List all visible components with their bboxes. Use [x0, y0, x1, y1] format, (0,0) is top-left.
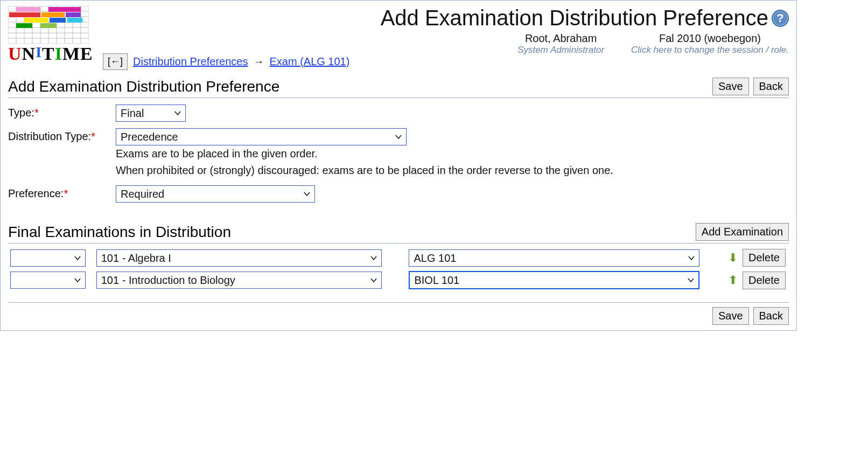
distribution-description-line2: When prohibited or (strongly) discourage… [116, 162, 789, 179]
course-select[interactable]: 101 - Algebra I [96, 249, 382, 267]
breadcrumb-link-distribution-preferences[interactable]: Distribution Preferences [133, 55, 248, 68]
exam-row: ALG101 - Algebra IALG 101⬇Delete [8, 247, 789, 269]
exam-row: BIOL101 - Introduction to BiologyBIOL 10… [8, 269, 789, 291]
session-name: Fal 2010 (woebegon) [631, 32, 789, 45]
session-block[interactable]: Fal 2010 (woebegon) Click here to change… [631, 32, 789, 55]
save-button-top[interactable]: Save [712, 78, 749, 95]
add-examination-button[interactable]: Add Examination [696, 223, 789, 241]
breadcrumb-back-button[interactable]: [←] [103, 53, 128, 70]
breadcrumb-separator: → [253, 55, 264, 68]
svg-rect-29 [40, 23, 57, 28]
user-role: System Administrator [517, 45, 604, 55]
distribution-type-select[interactable]: Precedence [116, 128, 407, 145]
user-name: Root, Abraham [517, 32, 604, 45]
svg-rect-20 [16, 7, 40, 12]
exam-select[interactable]: BIOL 101 [409, 271, 699, 289]
breadcrumb: [←] Distribution Preferences → Exam (ALG… [1, 53, 796, 75]
svg-rect-24 [66, 12, 81, 17]
course-select[interactable]: 101 - Introduction to Biology [96, 272, 382, 289]
svg-rect-27 [67, 18, 82, 23]
delete-button[interactable]: Delete [743, 272, 786, 289]
svg-rect-22 [9, 12, 40, 17]
page-title-text: Add Examination Distribution Preference [381, 6, 768, 30]
exam-select[interactable]: ALG 101 [409, 249, 699, 267]
type-select[interactable]: Final [116, 105, 186, 122]
distribution-description-line1: Exams are to be placed in the given orde… [116, 145, 789, 162]
back-button-top[interactable]: Back [753, 78, 789, 95]
subject-select[interactable]: BIOL [10, 272, 86, 289]
help-icon[interactable]: ? [772, 10, 789, 27]
session-hint: Click here to change the session / role. [631, 45, 789, 55]
type-label: Type:* [8, 105, 116, 119]
user-block[interactable]: Root, Abraham System Administrator [517, 32, 604, 55]
svg-rect-23 [41, 12, 65, 17]
distribution-type-label: Distribution Type:* [8, 128, 116, 143]
delete-button[interactable]: Delete [743, 249, 786, 267]
back-button-bottom[interactable]: Back [753, 307, 789, 325]
save-button-bottom[interactable]: Save [712, 307, 749, 325]
svg-rect-21 [48, 7, 81, 12]
breadcrumb-link-exam[interactable]: Exam (ALG 101) [269, 55, 349, 68]
svg-rect-26 [50, 18, 66, 23]
logo-icon [8, 6, 89, 44]
svg-rect-28 [16, 23, 32, 28]
page-title: Add Examination Distribution Preference … [381, 6, 789, 30]
preference-select[interactable]: Required [116, 185, 315, 203]
move-up-icon[interactable]: ⬆ [728, 273, 738, 287]
logo[interactable]: UNITIME [8, 6, 93, 64]
move-down-icon[interactable]: ⬇ [728, 251, 738, 265]
logo-text: UNITIME [8, 44, 93, 64]
subject-select[interactable]: ALG [10, 249, 86, 267]
section-title-final-exams: Final Examinations in Distribution [8, 224, 696, 241]
preference-label: Preference:* [8, 185, 116, 200]
svg-rect-25 [24, 18, 48, 23]
section-title-add-preference: Add Examination Distribution Preference [8, 78, 712, 95]
